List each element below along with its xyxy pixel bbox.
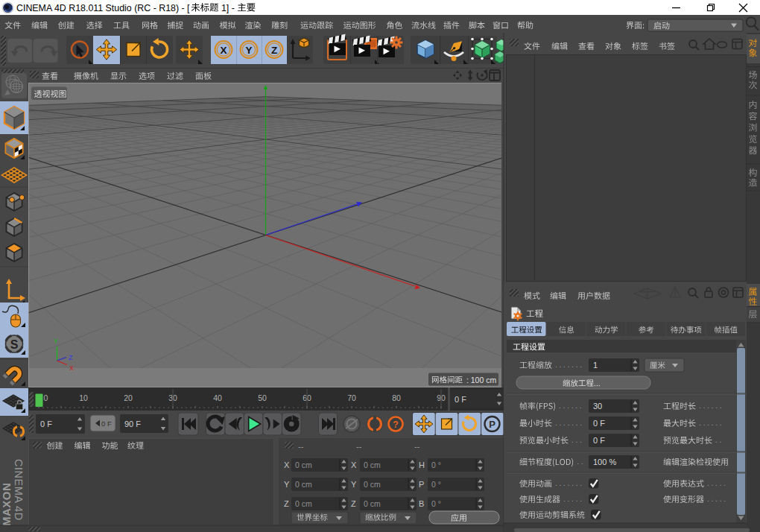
svg-text:0 F: 0 F [40, 419, 52, 428]
svg-text:MAXON: MAXON [0, 483, 13, 526]
svg-text:X: X [284, 460, 290, 469]
svg-text:B: B [419, 499, 424, 508]
svg-text:Y: Y [245, 45, 252, 56]
svg-text:40: 40 [213, 393, 222, 402]
svg-text:CINEMA 4D: CINEMA 4D [13, 459, 25, 521]
svg-text:50: 50 [258, 393, 267, 402]
svg-text:CINEMA 4D R18.011 Studio (RC -: CINEMA 4D R18.011 Studio (RC - R18) - [ [16, 3, 190, 13]
svg-text:0 °: 0 ° [431, 460, 441, 469]
svg-text:Y: Y [54, 338, 58, 345]
svg-text:. . . . . . .: . . . . . . . [555, 419, 582, 427]
svg-text:0 F: 0 F [593, 419, 605, 428]
svg-text:Y: Y [351, 480, 357, 489]
svg-text:0 cm: 0 cm [364, 499, 381, 508]
svg-text:--: -- [414, 442, 420, 451]
svg-text:0 F: 0 F [101, 419, 112, 428]
svg-text:20: 20 [124, 393, 133, 402]
svg-text:. .: . . [577, 457, 583, 466]
svg-text:0 cm: 0 cm [295, 460, 312, 469]
svg-text:80: 80 [392, 393, 401, 402]
svg-text:. . . . . .: . . . . . . [559, 402, 582, 410]
svg-text:1] -: 1] - [218, 3, 234, 13]
svg-text:. .: . . [715, 436, 721, 444]
svg-text:0 cm: 0 cm [364, 480, 381, 489]
svg-text:--: -- [298, 442, 304, 451]
svg-text:0 cm: 0 cm [295, 480, 312, 489]
svg-text:30: 30 [593, 402, 602, 411]
svg-text:100 %: 100 % [593, 457, 616, 466]
svg-text:0: 0 [44, 393, 48, 402]
svg-text:X: X [351, 460, 357, 469]
svg-text:H: H [419, 460, 425, 469]
svg-text:10: 10 [79, 393, 88, 402]
svg-text:. . . . . . .: . . . . . . . [555, 361, 582, 369]
svg-text:90 F: 90 F [124, 419, 141, 428]
svg-text:X: X [69, 364, 74, 372]
svg-text:Y: Y [284, 480, 290, 489]
svg-text:Z: Z [351, 499, 356, 508]
svg-text:X: X [220, 45, 227, 56]
svg-text:. . . . . .: . . . . . . [699, 402, 722, 410]
svg-text:0 F: 0 F [593, 436, 605, 445]
svg-text:. . . . . . .: . . . . . . . [555, 479, 582, 487]
svg-text:0 °: 0 ° [431, 480, 441, 489]
svg-text:70: 70 [347, 393, 356, 402]
svg-text:. . .: . . . [571, 436, 582, 444]
svg-text:0 cm: 0 cm [364, 460, 381, 469]
svg-text:S: S [10, 338, 19, 351]
svg-text:. . . . .: . . . . . [563, 495, 582, 503]
svg-text:Z: Z [284, 499, 289, 508]
svg-text:0 F: 0 F [455, 395, 466, 404]
svg-text:. . . . . .: . . . . . . [699, 419, 722, 427]
svg-text:: 100 cm: : 100 cm [464, 376, 496, 384]
svg-text:?: ? [393, 419, 398, 430]
svg-text:P: P [419, 480, 424, 489]
svg-text:1: 1 [593, 361, 598, 370]
svg-text:. . . . .: . . . . . [707, 495, 726, 503]
svg-text:P: P [489, 419, 495, 430]
svg-text:0 cm: 0 cm [295, 499, 312, 508]
svg-text:. . . . .: . . . . . [707, 479, 726, 487]
svg-text:Z: Z [69, 354, 73, 361]
svg-text:--: -- [356, 442, 362, 451]
svg-text:0 °: 0 ° [431, 499, 441, 508]
svg-text:Z: Z [271, 45, 277, 56]
